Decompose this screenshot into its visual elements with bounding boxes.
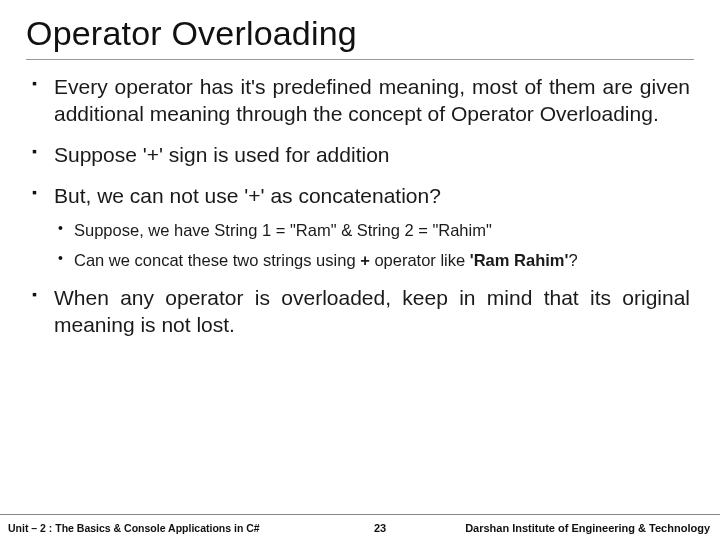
text-run: Can we concat these two strings using [74, 251, 360, 269]
bullet-item: Suppose '+' sign is used for addition [30, 142, 690, 169]
bullet-item: When any operator is overloaded, keep in… [30, 285, 690, 339]
slide: Operator Overloading Every operator has … [0, 0, 720, 540]
sub-bullet-item: Suppose, we have String 1 = "Ram" & Stri… [54, 220, 690, 241]
text-run: operator like [370, 251, 470, 269]
footer-left: Unit – 2 : The Basics & Console Applicat… [0, 522, 340, 534]
slide-title: Operator Overloading [26, 14, 694, 60]
text-bold: + [360, 251, 370, 269]
bullet-item: Every operator has it's predefined meani… [30, 74, 690, 128]
bullet-list: Every operator has it's predefined meani… [30, 74, 690, 339]
footer-page-number: 23 [340, 522, 420, 534]
bullet-item: But, we can not use '+' as concatenation… [30, 183, 690, 271]
slide-footer: Unit – 2 : The Basics & Console Applicat… [0, 514, 720, 540]
sub-bullet-list: Suppose, we have String 1 = "Ram" & Stri… [54, 220, 690, 271]
footer-bar: Unit – 2 : The Basics & Console Applicat… [0, 514, 720, 540]
slide-content: Every operator has it's predefined meani… [26, 74, 694, 339]
text-bold: 'Ram Rahim' [470, 251, 569, 269]
text-run: ? [568, 251, 577, 269]
footer-right: Darshan Institute of Engineering & Techn… [420, 522, 720, 534]
sub-bullet-item: Can we concat these two strings using + … [54, 250, 690, 271]
bullet-text: But, we can not use '+' as concatenation… [54, 184, 441, 207]
